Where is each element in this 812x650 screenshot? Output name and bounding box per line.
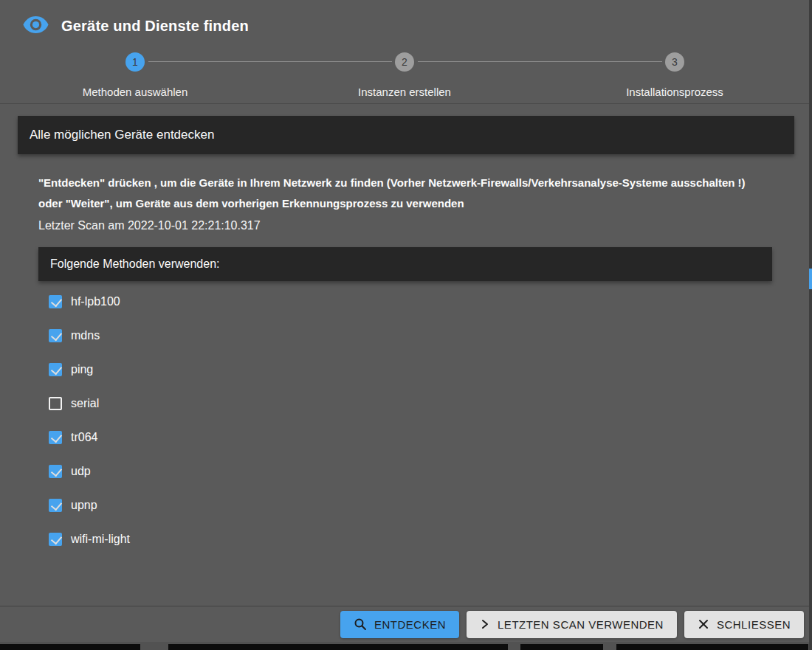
use-last-scan-button-label: LETZTEN SCAN VERWENDEN	[498, 618, 664, 631]
close-button-label: SCHLIESSEN	[717, 618, 791, 631]
step-indicator-1: 1	[125, 52, 145, 72]
method-label: upnp	[71, 499, 97, 512]
method-checkbox[interactable]	[49, 499, 62, 512]
methods-header: Folgende Methoden verwenden:	[38, 247, 772, 281]
step-indicator-2: 2	[395, 52, 414, 72]
method-row-serial[interactable]: serial	[49, 387, 130, 421]
underlying-table-row	[168, 644, 508, 650]
page-title: Geräte und Dienste finden	[61, 18, 249, 35]
discover-button-label: ENTDECKEN	[374, 618, 446, 631]
dialog-header: Geräte und Dienste finden 1 2 3 Methoden…	[0, 0, 812, 104]
method-checkbox[interactable]	[49, 397, 62, 410]
method-checkbox[interactable]	[49, 363, 62, 376]
step-label-methoden: Methoden auswählen	[0, 86, 283, 98]
method-row-tr064[interactable]: tr064	[49, 421, 130, 454]
step-connector	[418, 61, 662, 62]
method-row-mdns[interactable]: mdns	[49, 319, 130, 353]
step-connector	[148, 61, 392, 62]
method-label: tr064	[71, 431, 97, 444]
method-checkbox[interactable]	[49, 295, 62, 308]
method-label: hf-lpb100	[71, 295, 120, 308]
method-label: mdns	[71, 329, 100, 342]
close-icon	[698, 618, 709, 630]
step-indicator-3: 3	[665, 52, 684, 72]
method-row-ping[interactable]: ping	[49, 353, 130, 387]
underlying-page-strip	[0, 642, 812, 650]
section-header: Alle möglichen Geräte entdecken	[18, 116, 794, 154]
method-label: ping	[71, 363, 93, 376]
method-label: udp	[71, 465, 91, 478]
method-row-upnp[interactable]: upnp	[49, 488, 130, 522]
method-checkbox[interactable]	[49, 431, 62, 444]
underlying-table-row	[0, 644, 140, 650]
instructions-text: "Entdecken" drücken , um die Geräte in I…	[38, 173, 751, 214]
method-row-hf-lpb100[interactable]: hf-lpb100	[49, 285, 130, 319]
underlying-table-row	[520, 644, 603, 650]
eye-icon	[22, 15, 49, 38]
method-label: wifi-mi-light	[71, 533, 130, 546]
last-scan-text: Letzter Scan am 2022-10-01 22:21:10.317	[38, 219, 261, 232]
search-icon	[354, 618, 367, 631]
dialog-footer: ENTDECKEN LETZTEN SCAN VERWENDEN SCHLIES…	[0, 606, 812, 642]
scrollbar-track[interactable]	[809, 0, 812, 650]
underlying-table-row	[616, 644, 808, 650]
step-label-instanzen: Instanzen erstellen	[257, 86, 552, 98]
close-button[interactable]: SCHLIESSEN	[684, 611, 804, 638]
step-label-installation: Installationsprozess	[527, 86, 812, 98]
method-row-wifi-mi-light[interactable]: wifi-mi-light	[49, 522, 130, 556]
use-last-scan-button[interactable]: LETZTEN SCAN VERWENDEN	[467, 611, 677, 638]
methods-list: hf-lpb100 mdns ping serial tr064 udp upn…	[49, 285, 130, 556]
method-checkbox[interactable]	[49, 465, 62, 478]
chevron-right-icon	[480, 618, 490, 630]
method-checkbox[interactable]	[49, 329, 62, 342]
title-row: Geräte und Dienste finden	[22, 15, 249, 38]
method-row-udp[interactable]: udp	[49, 454, 130, 488]
method-checkbox[interactable]	[49, 533, 62, 546]
discover-button[interactable]: ENTDECKEN	[340, 611, 459, 638]
scrollbar-thumb[interactable]	[809, 269, 812, 289]
method-label: serial	[71, 397, 99, 410]
